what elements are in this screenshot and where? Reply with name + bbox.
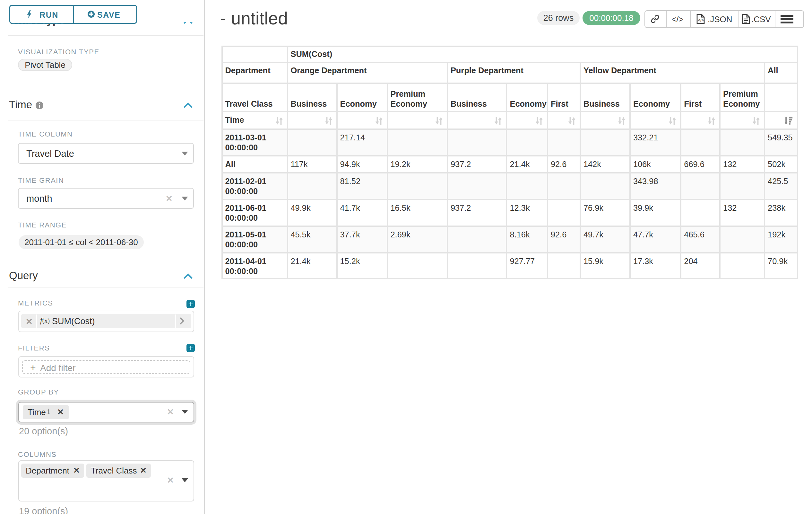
svg-text:</>: </>	[698, 18, 704, 23]
